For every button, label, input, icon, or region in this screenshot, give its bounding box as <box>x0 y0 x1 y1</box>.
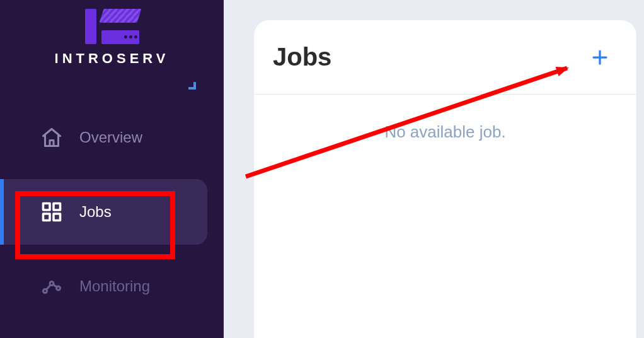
sidebar-item-label: Jobs <box>79 203 112 221</box>
plus-icon <box>590 48 609 67</box>
empty-state-text: No available job. <box>254 122 636 142</box>
content-area: Jobs No available job. <box>224 0 644 338</box>
card-header: Jobs <box>254 20 636 95</box>
brand-logo-icon <box>85 8 139 45</box>
brand-name: INTROSERV <box>55 50 170 67</box>
brand: INTROSERV <box>0 0 224 67</box>
page-title: Jobs <box>273 43 331 71</box>
svg-rect-1 <box>54 204 60 211</box>
sidebar: INTROSERV Overview J <box>0 0 224 338</box>
sidebar-item-jobs[interactable]: Jobs <box>0 179 207 245</box>
collapse-sidebar-icon[interactable] <box>186 82 196 90</box>
home-icon <box>39 125 64 150</box>
sidebar-nav: Overview Jobs <box>0 107 224 317</box>
sidebar-item-overview[interactable]: Overview <box>0 107 224 168</box>
svg-rect-2 <box>43 214 50 221</box>
jobs-card: Jobs No available job. <box>254 20 636 338</box>
svg-rect-0 <box>43 204 50 211</box>
monitoring-icon <box>39 274 64 299</box>
add-job-button[interactable] <box>589 46 611 69</box>
sidebar-item-monitoring[interactable]: Monitoring <box>0 256 224 317</box>
svg-rect-3 <box>54 214 60 221</box>
card-body: No available job. <box>254 95 636 142</box>
sidebar-item-label: Monitoring <box>79 277 150 295</box>
sidebar-item-label: Overview <box>79 129 142 146</box>
grid-icon <box>39 199 64 224</box>
